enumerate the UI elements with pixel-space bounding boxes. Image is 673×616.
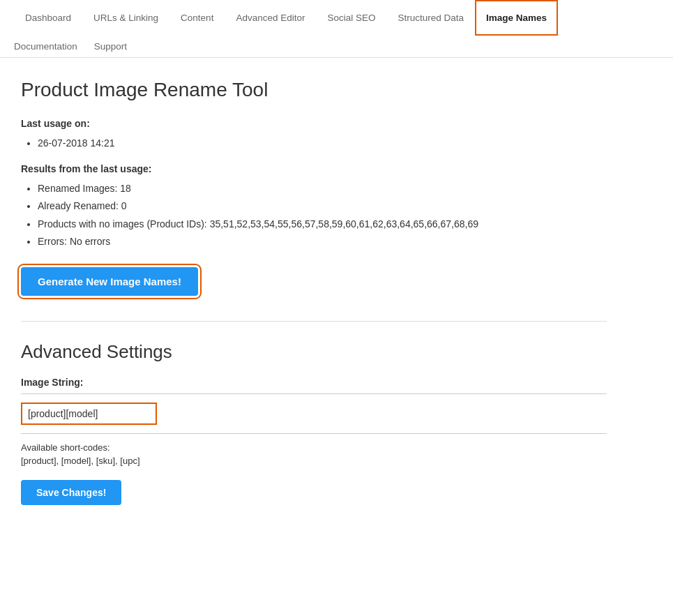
results-label: Results from the last usage: — [21, 163, 607, 174]
last-usage-date: 26-07-2018 14:21 — [38, 135, 607, 152]
navigation: Dashboard URLs & Linking Content Advance… — [0, 0, 673, 58]
main-content: Product Image Rename Tool Last usage on:… — [0, 58, 628, 533]
last-usage-list: 26-07-2018 14:21 — [38, 135, 607, 152]
nav-item-dashboard[interactable]: Dashboard — [14, 0, 82, 36]
field-top-line — [21, 393, 607, 394]
save-button[interactable]: Save Changes! — [21, 480, 121, 505]
nav-top-row: Dashboard URLs & Linking Content Advance… — [14, 0, 659, 36]
generate-button[interactable]: Generate New Image Names! — [21, 267, 198, 296]
nav-item-image-names[interactable]: Image Names — [475, 0, 558, 36]
section-divider — [21, 321, 607, 322]
results-list: Renamed Images: 18 Already Renamed: 0 Pr… — [38, 180, 607, 250]
nav-item-social-seo[interactable]: Social SEO — [316, 0, 386, 36]
result-already-renamed: Already Renamed: 0 — [38, 197, 607, 215]
available-codes-label: Available short-codes: — [21, 442, 607, 453]
nav-item-structured-data[interactable]: Structured Data — [386, 0, 475, 36]
image-string-input-wrapper[interactable] — [21, 403, 157, 425]
result-errors: Errors: No errors — [38, 233, 607, 250]
nav-item-urls-linking[interactable]: URLs & Linking — [82, 0, 169, 36]
nav-item-content[interactable]: Content — [169, 0, 225, 36]
advanced-settings-title: Advanced Settings — [21, 341, 607, 363]
nav-item-documentation[interactable]: Documentation — [14, 36, 89, 57]
image-string-label: Image String: — [21, 377, 607, 388]
last-usage-label: Last usage on: — [21, 118, 607, 129]
available-codes-list: [product], [model], [sku], [upc] — [21, 456, 607, 466]
results-section: Results from the last usage: Renamed Ima… — [21, 163, 607, 250]
field-bottom-line — [21, 433, 607, 434]
nav-bottom-row: Documentation Support — [14, 36, 659, 57]
nav-item-support[interactable]: Support — [94, 36, 138, 57]
result-renamed-images: Renamed Images: 18 — [38, 180, 607, 197]
last-usage-section: Last usage on: 26-07-2018 14:21 — [21, 118, 607, 152]
result-no-images: Products with no images (Product IDs): 3… — [38, 216, 607, 233]
image-string-input[interactable] — [28, 407, 150, 421]
page-title: Product Image Rename Tool — [21, 79, 607, 101]
nav-item-advanced-editor[interactable]: Advanced Editor — [225, 0, 316, 36]
